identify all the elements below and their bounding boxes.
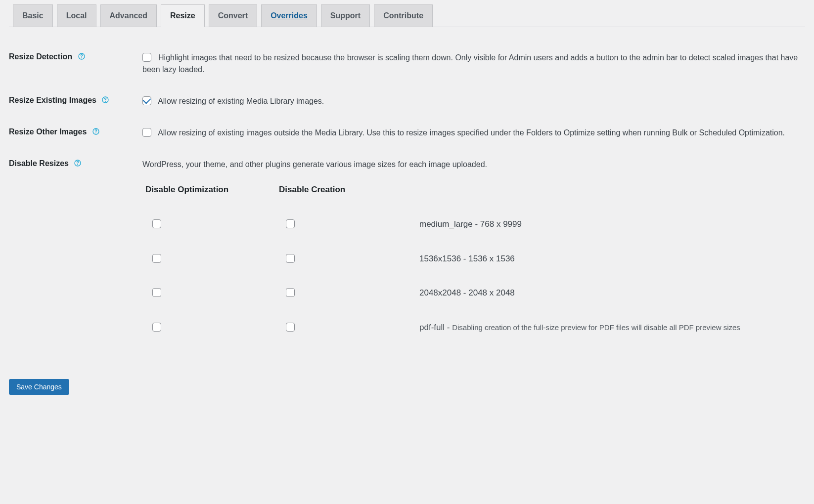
resize-detection-label: Resize Detection [9,42,137,85]
help-icon[interactable] [101,96,109,104]
col-disable-optimization: Disable Optimization [142,184,276,207]
resize-other-option[interactable]: Allow resizing of existing images outsid… [142,128,785,137]
resize-existing-label: Resize Existing Images [9,85,137,117]
disable-optimization-checkbox[interactable] [152,323,161,332]
disable-creation-checkbox[interactable] [286,288,295,297]
col-disable-creation: Disable Creation [276,184,414,207]
settings-form: Resize Detection Highlight images that n… [9,42,805,354]
disable-resizes-intro: WordPress, your theme, and other plugins… [142,159,800,170]
help-icon[interactable] [92,127,100,135]
tab-basic[interactable]: Basic [13,4,53,27]
disable-creation-checkbox[interactable] [286,219,295,228]
size-row: 1536x1536 - 1536 x 1536 [142,242,800,276]
svg-point-3 [105,101,106,102]
resize-existing-option[interactable]: Allow resizing of existing Media Library… [142,97,324,105]
submit-wrap: Save Changes [9,379,805,395]
resize-existing-desc: Allow resizing of existing Media Library… [158,97,324,105]
svg-point-7 [78,165,78,165]
tab-contribute[interactable]: Contribute [374,4,433,27]
tab-resize[interactable]: Resize [161,4,205,27]
resize-existing-checkbox[interactable] [142,96,151,105]
sizes-table: Disable Optimization Disable Creation me… [142,184,800,344]
svg-point-1 [81,58,82,58]
disable-optimization-checkbox[interactable] [152,288,161,297]
size-label: pdf-full - Disabling creation of the ful… [414,310,800,345]
disable-optimization-checkbox[interactable] [152,254,161,263]
size-label: medium_large - 768 x 9999 [414,207,800,242]
resize-other-label-text: Resize Other Images [9,127,87,136]
save-button[interactable]: Save Changes [9,379,69,395]
size-row: 2048x2048 - 2048 x 2048 [142,276,800,310]
resize-detection-desc: Highlight images that need to be resized… [142,53,798,74]
svg-point-5 [96,133,96,133]
settings-tabs: Basic Local Advanced Resize Convert Over… [9,0,805,27]
disable-creation-checkbox[interactable] [286,323,295,332]
resize-detection-checkbox[interactable] [142,53,151,62]
tab-support[interactable]: Support [321,4,370,27]
disable-resizes-label: Disable Resizes [9,149,137,354]
resize-other-checkbox[interactable] [142,128,151,137]
size-row: pdf-full - Disabling creation of the ful… [142,310,800,345]
disable-optimization-checkbox[interactable] [152,219,161,228]
resize-existing-label-text: Resize Existing Images [9,96,96,104]
disable-creation-checkbox[interactable] [286,254,295,263]
size-label: 2048x2048 - 2048 x 2048 [414,276,800,310]
resize-other-desc: Allow resizing of existing images outsid… [158,128,785,137]
help-icon[interactable] [74,159,82,167]
tab-local[interactable]: Local [57,4,96,27]
tab-overrides[interactable]: Overrides [261,4,317,27]
size-note: Disabling creation of the full-size prev… [452,323,740,332]
disable-resizes-label-text: Disable Resizes [9,159,69,168]
size-label: 1536x1536 - 1536 x 1536 [414,242,800,276]
resize-detection-label-text: Resize Detection [9,52,72,61]
resize-other-label: Resize Other Images [9,117,137,149]
tab-convert[interactable]: Convert [209,4,257,27]
resize-detection-option[interactable]: Highlight images that need to be resized… [142,53,798,74]
help-icon[interactable] [78,52,86,60]
size-row: medium_large - 768 x 9999 [142,207,800,242]
tab-advanced[interactable]: Advanced [100,4,157,27]
